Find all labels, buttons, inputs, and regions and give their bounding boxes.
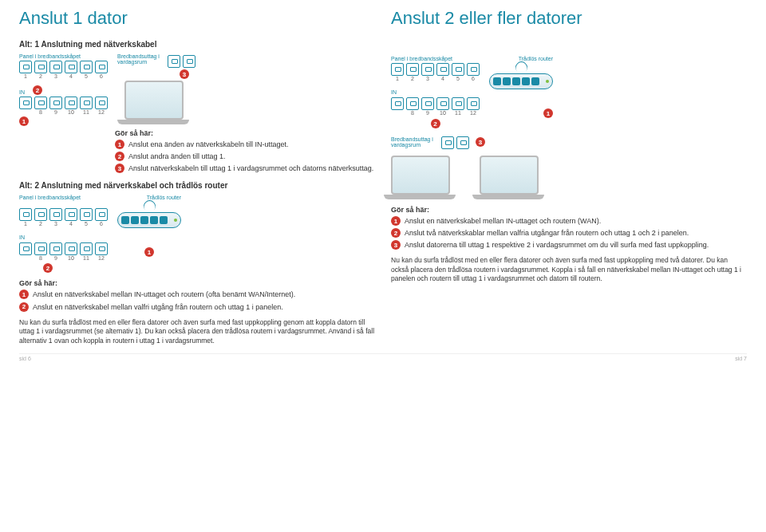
heading-right: Anslut 2 eller fler datorer xyxy=(391,8,747,29)
step: 2Anslut två nätverkskablar mellan valfri… xyxy=(391,228,747,238)
step: 1Anslut ena änden av nätverkskabeln till… xyxy=(115,140,375,149)
wall-jack xyxy=(456,136,469,149)
jack xyxy=(49,61,62,73)
router-icon xyxy=(489,61,553,89)
marker-2r: 2 xyxy=(431,119,440,128)
panel-lower-row: IN 2 xyxy=(19,85,108,95)
wall-jack xyxy=(183,55,195,68)
col-right: Panel i bredbandsskåpet 123456 IN 891011… xyxy=(391,37,747,345)
jack xyxy=(95,61,108,73)
jack-in xyxy=(19,97,32,109)
marker-2: 2 xyxy=(33,85,42,95)
marker-1r: 1 xyxy=(543,108,553,118)
laptop-icon xyxy=(480,156,544,199)
right-outlet-row: Bredbandsuttag i vardagsrum 3 xyxy=(391,135,747,149)
do-title-r: Gör så här: xyxy=(391,206,747,214)
wall-jack xyxy=(168,55,180,68)
panel-right: Panel i bredbandsskåpet 123456 IN 891011… xyxy=(391,56,480,128)
marker-1b: 1 xyxy=(144,247,154,257)
panel-label: Panel i bredbandsskåpet xyxy=(19,53,108,59)
marker-2b: 2 xyxy=(43,263,53,273)
marker-3r: 3 xyxy=(476,137,485,147)
diagram-right: Panel i bredbandsskåpet 123456 IN 891011… xyxy=(391,56,747,128)
marker-3: 3 xyxy=(180,69,189,79)
step: 3Anslut datorerna till uttag 1 respektiv… xyxy=(391,240,747,250)
step: 1Anslut en nätverkskabel mellan IN-uttag… xyxy=(391,216,747,226)
alt1-title: Alt: 1 Anslutning med nätverkskabel xyxy=(19,40,375,49)
columns: Alt: 1 Anslutning med nätverkskabel Pane… xyxy=(19,37,747,345)
in-label-r: IN xyxy=(391,89,397,95)
jack xyxy=(65,97,77,109)
outlet-label-r: Bredbandsuttag i vardagsrum xyxy=(391,136,435,148)
do-title-2: Gör så här: xyxy=(19,279,375,287)
heading-left: Anslut 1 dator xyxy=(19,8,375,29)
step-num: 1 xyxy=(19,290,29,299)
jack xyxy=(19,61,32,73)
diagram-alt1: Panel i bredbandsskåpet 123456 I xyxy=(19,53,375,126)
pagenum-right: sid 7 xyxy=(735,356,747,361)
panel-upper: Panel i bredbandsskåpet 123456 I xyxy=(19,53,108,126)
marker-1: 1 xyxy=(19,116,29,126)
jack xyxy=(95,97,108,109)
in-label-2: IN xyxy=(19,234,25,240)
step: 2Anslut en nätverkskabel mellan valfri u… xyxy=(19,302,375,312)
alt2-title: Alt: 2 Anslutning med närverkskabel och … xyxy=(19,181,375,190)
jacks-lower xyxy=(19,97,108,109)
jack xyxy=(65,61,77,73)
do-title: Gör så här: xyxy=(115,129,375,137)
step-num: 3 xyxy=(115,164,124,173)
panel-label-r: Panel i bredbandsskåpet xyxy=(391,56,480,61)
panel-alt2: Panel i bredbandsskåpet 123456 IN 891011… xyxy=(19,195,108,273)
diagram-alt2: Panel i bredbandsskåpet 123456 IN 891011… xyxy=(19,195,375,273)
jack xyxy=(49,97,62,109)
router-icon xyxy=(117,200,181,228)
outlet-label: Bredbandsuttag i vardagsrum xyxy=(117,53,161,65)
jack xyxy=(80,97,93,109)
laptops-row xyxy=(391,156,747,199)
jack xyxy=(34,61,47,73)
page-footer: sid 6 sid 7 xyxy=(19,353,747,361)
nums-lower: 89101112 xyxy=(19,109,108,115)
heading-row: Anslut 1 dator Anslut 2 eller fler dator… xyxy=(19,8,747,37)
jack xyxy=(34,97,47,109)
note-left: Nu kan du surfa trådlöst med en eller fl… xyxy=(19,318,375,345)
step-num: 2 xyxy=(391,228,401,238)
laptop-icon xyxy=(391,156,456,199)
step-num: 1 xyxy=(115,140,124,149)
in-label: IN xyxy=(19,89,30,95)
laptop-icon xyxy=(117,81,195,126)
pagenum-left: sid 6 xyxy=(19,356,31,361)
step-num: 2 xyxy=(19,302,29,312)
note-right: Nu kan du surfa trådlöst med en eller fl… xyxy=(391,256,747,283)
jacks-upper xyxy=(19,61,108,73)
wall-jack xyxy=(441,136,454,149)
step-num: 1 xyxy=(391,216,401,226)
col-left: Alt: 1 Anslutning med nätverkskabel Pane… xyxy=(19,37,375,345)
router-block: Trådlös router 1 xyxy=(117,195,181,257)
nums-upper: 123456 xyxy=(19,73,108,79)
step-num: 3 xyxy=(391,240,401,250)
step: 1Anslut en nätverkskabel mellan IN-uttag… xyxy=(19,290,375,299)
steps-alt1-block: Gör så här: 1Anslut ena änden av nätverk… xyxy=(115,129,375,173)
document-page: Anslut 1 dator Anslut 2 eller fler dator… xyxy=(0,0,766,365)
outlet-laptop-block: Bredbandsuttag i vardagsrum 3 xyxy=(117,53,195,126)
panel-label-2: Panel i bredbandsskåpet xyxy=(19,195,108,200)
step: 3Anslut nätverkskabeln till uttag 1 i va… xyxy=(115,164,375,173)
step-num: 2 xyxy=(115,152,124,161)
step: 2Anslut andra änden till uttag 1. xyxy=(115,152,375,161)
jack xyxy=(80,61,93,73)
router-right: Trådlös router 1 xyxy=(489,56,553,118)
